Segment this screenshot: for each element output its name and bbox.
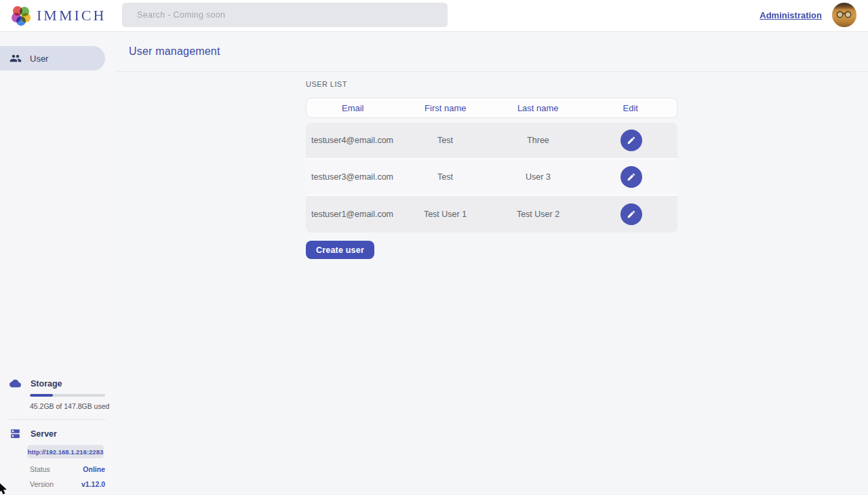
column-header-last-name: Last name	[492, 103, 585, 113]
status-value: Online	[83, 465, 105, 473]
table-row: testuser4@email.com Test Three	[306, 123, 677, 159]
pencil-icon	[627, 210, 636, 219]
table-row: testuser1@email.com Test User 1 Test Use…	[306, 196, 677, 233]
brand-wordmark: IMMICH	[37, 7, 106, 24]
storage-section-header: Storage	[0, 378, 115, 389]
glasses-icon	[836, 11, 852, 18]
user-list-label: USER LIST	[306, 80, 677, 88]
create-user-button[interactable]: Create user	[306, 241, 374, 259]
cell-last-name: Three	[492, 136, 585, 145]
immich-admin-app: IMMICH Administration User	[0, 0, 868, 495]
status-label: Status	[30, 465, 50, 473]
server-version-row: Version v1.12.0	[30, 480, 105, 488]
cell-first-name: Test	[399, 136, 492, 145]
cell-first-name: Test User 1	[399, 210, 492, 219]
server-section-header: Server	[0, 428, 115, 439]
brand[interactable]: IMMICH	[11, 4, 106, 27]
top-bar: IMMICH Administration	[0, 0, 868, 32]
edit-user-button[interactable]	[620, 130, 642, 151]
cell-last-name: Test User 2	[492, 210, 585, 219]
version-value: v1.12.0	[81, 480, 105, 488]
table-header-row: Email First name Last name Edit	[306, 98, 677, 118]
main-content: User management USER LIST Email First na…	[115, 32, 868, 495]
storage-usage-text: 45.2GB of 147.8GB used	[30, 402, 115, 410]
logo-petal	[12, 13, 21, 22]
server-url-badge: http://192.168.1.216:2283	[27, 445, 104, 458]
column-header-email: Email	[307, 103, 399, 113]
server-icon	[9, 428, 21, 439]
sidebar-item-user[interactable]: User	[0, 46, 105, 71]
edit-user-button[interactable]	[620, 203, 642, 225]
page-title: User management	[129, 45, 220, 58]
mouse-cursor	[0, 482, 9, 495]
immich-logo-icon	[11, 5, 31, 26]
server-url: http://192.168.1.216:2283	[28, 448, 103, 456]
storage-title: Storage	[31, 379, 62, 389]
search-bar	[122, 3, 448, 27]
cell-email: testuser4@email.com	[306, 136, 399, 145]
pencil-icon	[627, 136, 636, 145]
sidebar: User Storage 45.2GB of 147.8GB used	[0, 32, 115, 495]
page-header: User management	[115, 32, 868, 72]
table-body: testuser4@email.com Test Three t	[306, 123, 677, 233]
search-input[interactable]	[122, 3, 448, 27]
storage-progress-fill	[30, 394, 53, 397]
cell-email: testuser1@email.com	[306, 210, 399, 219]
table-row: testuser3@email.com Test User 3	[306, 159, 677, 196]
user-avatar[interactable]	[832, 3, 856, 27]
cloud-icon	[9, 378, 21, 389]
cell-last-name: User 3	[492, 172, 585, 182]
column-header-first-name: First name	[399, 103, 492, 113]
sidebar-item-label: User	[30, 54, 48, 64]
sidebar-divider	[9, 419, 106, 420]
sidebar-footer: Storage 45.2GB of 147.8GB used Server ht…	[0, 378, 115, 488]
pencil-icon	[627, 172, 636, 182]
administration-link[interactable]: Administration	[760, 10, 822, 20]
column-header-edit: Edit	[585, 103, 677, 113]
user-list-section: USER LIST Email First name Last name Edi…	[306, 72, 677, 259]
version-label: Version	[30, 480, 54, 488]
server-title: Server	[31, 429, 57, 439]
user-table: Email First name Last name Edit testuser…	[306, 98, 677, 233]
cell-first-name: Test	[399, 172, 492, 182]
cell-email: testuser3@email.com	[306, 172, 399, 182]
users-icon	[9, 52, 22, 64]
server-status-row: Status Online	[30, 465, 105, 473]
storage-progress-bar	[30, 394, 105, 397]
edit-user-button[interactable]	[620, 166, 642, 188]
